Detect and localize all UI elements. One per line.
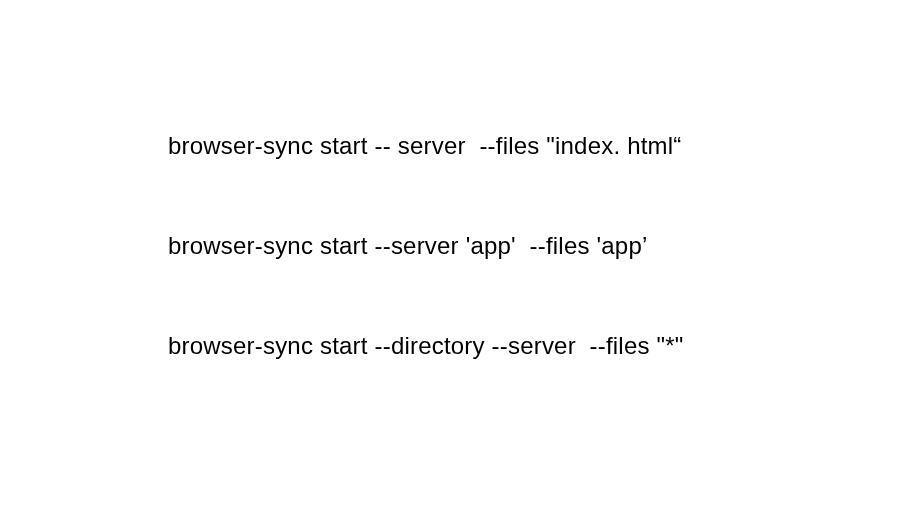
command-line-1: browser-sync start -- server --files "in… xyxy=(168,132,684,160)
command-line-3: browser-sync start --directory --server … xyxy=(168,332,684,360)
command-line-2: browser-sync start --server 'app' --file… xyxy=(168,232,684,260)
command-list: browser-sync start -- server --files "in… xyxy=(168,132,684,360)
